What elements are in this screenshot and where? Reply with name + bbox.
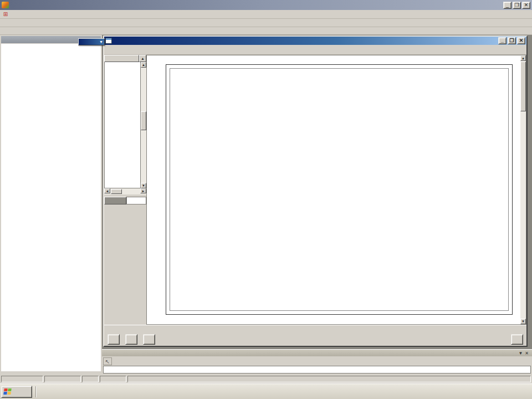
unit-indicator[interactable] bbox=[82, 376, 99, 382]
close-button[interactable]: ✕ bbox=[522, 2, 530, 9]
plot-list-panel: ▲ ▲ ▼ ◄ ► bbox=[104, 55, 146, 325]
scroll-right-icon[interactable]: ► bbox=[140, 188, 146, 193]
isometric-ramp-drawing bbox=[350, 74, 511, 249]
taskbar bbox=[0, 383, 532, 399]
gallery-close-button[interactable]: ✕ bbox=[517, 37, 525, 44]
scia-app-icon bbox=[2, 2, 9, 8]
menubar: ⊞ bbox=[0, 10, 532, 19]
gallery-titlebar[interactable]: _ ❐ ✕ bbox=[104, 37, 526, 45]
windows-flag-icon bbox=[3, 388, 12, 395]
plane-indicator[interactable] bbox=[100, 376, 126, 382]
scroll-down-icon[interactable]: ▼ bbox=[141, 183, 146, 188]
maximize-button[interactable]: ❐ bbox=[513, 2, 521, 9]
new-button[interactable] bbox=[108, 334, 120, 345]
scroll-left-icon[interactable]: ◄ bbox=[104, 188, 110, 193]
delete-button[interactable] bbox=[143, 334, 155, 345]
app-titlebar: _ ❐ ✕ bbox=[0, 0, 532, 10]
view-floating-toolbar: ▼ bbox=[78, 38, 105, 45]
view-toolbar-header[interactable]: ▼ bbox=[79, 39, 104, 45]
close-gallery-button[interactable] bbox=[511, 334, 523, 345]
scroll-up-icon[interactable]: ▲ bbox=[141, 62, 146, 68]
gallery-maximize-button[interactable]: ❐ bbox=[508, 37, 516, 44]
list-vertical-scrollbar[interactable]: ▲ ▼ bbox=[141, 62, 146, 188]
toolbar-row-2 bbox=[0, 27, 532, 35]
close-panel-icon[interactable]: ✕ bbox=[524, 351, 530, 356]
chevron-down-icon[interactable]: ▼ bbox=[99, 40, 103, 44]
screen: _ ❐ ✕ ⊞ _ ❐ ✕ bbox=[0, 0, 532, 399]
canvas-vertical-scrollbar[interactable]: ▲ ▼ bbox=[520, 55, 526, 324]
elevation-drawing bbox=[171, 72, 351, 215]
cursor-mode-icon[interactable]: ↖ bbox=[103, 357, 112, 365]
minimize-button[interactable]: _ bbox=[503, 2, 511, 9]
list-horizontal-scrollbar[interactable]: ◄ ► bbox=[104, 188, 146, 195]
filter-name-value[interactable] bbox=[126, 197, 146, 204]
app-statusbar bbox=[0, 375, 532, 383]
command-line-panel: ▼ ✕ ↖ bbox=[102, 349, 532, 375]
drawing-gallery-window: _ ❐ ✕ ▲ ▲ bbox=[103, 35, 528, 347]
scroll-up-icon[interactable]: ▲ bbox=[520, 55, 526, 61]
scroll-thumb[interactable] bbox=[111, 189, 122, 194]
pin-icon[interactable]: ▼ bbox=[518, 351, 524, 356]
toolbar-row-1 bbox=[0, 19, 532, 27]
scroll-thumb[interactable] bbox=[141, 111, 146, 130]
drawing-canvas[interactable]: ▲ ▼ bbox=[146, 55, 526, 325]
gallery-toolbar bbox=[104, 45, 526, 55]
start-button[interactable] bbox=[1, 386, 32, 398]
status-segment-2 bbox=[44, 376, 81, 382]
status-segment-1 bbox=[1, 376, 43, 382]
menu-tree bbox=[1, 44, 101, 371]
edit-button[interactable] bbox=[125, 334, 137, 345]
gallery-window-icon bbox=[105, 38, 112, 44]
gallery-button-row bbox=[104, 332, 526, 346]
list-column-header[interactable] bbox=[104, 55, 139, 62]
command-input[interactable] bbox=[103, 366, 531, 374]
plot-list bbox=[104, 62, 141, 188]
status-message bbox=[127, 376, 531, 382]
filter-name-label[interactable] bbox=[104, 197, 126, 204]
scroll-thumb[interactable] bbox=[520, 62, 526, 111]
ramp-detail-drawing bbox=[204, 216, 312, 302]
scroll-down-icon[interactable]: ▼ bbox=[520, 319, 526, 324]
mdi-child-icon[interactable]: ⊞ bbox=[1, 11, 10, 18]
title-block bbox=[461, 252, 508, 306]
menu-tree-panel bbox=[0, 35, 102, 375]
gallery-statusbar bbox=[104, 325, 526, 332]
gallery-minimize-button[interactable]: _ bbox=[498, 37, 507, 44]
sort-ascending-icon[interactable]: ▲ bbox=[139, 55, 146, 62]
command-line-header: ▼ ✕ bbox=[102, 350, 532, 356]
taskbar-separator bbox=[35, 386, 37, 397]
mdi-workspace: _ ❐ ✕ ▲ ▲ bbox=[102, 35, 532, 349]
main-area: _ ❐ ✕ ▲ ▲ bbox=[0, 35, 532, 375]
